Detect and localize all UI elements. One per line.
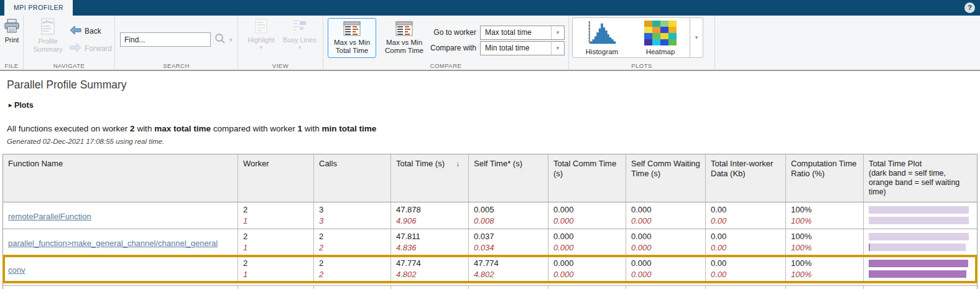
- time-bar: [869, 233, 969, 240]
- tab-mpi-profiler[interactable]: MPI PROFILER: [4, 0, 73, 16]
- compare-with-caret-icon[interactable]: ▾: [551, 42, 564, 55]
- function-link[interactable]: conv: [8, 265, 25, 275]
- column-header-total-comm-time-s-[interactable]: Total Comm Time (s): [548, 154, 626, 202]
- function-link[interactable]: parallel_function>make_general_channel/c…: [8, 239, 218, 248]
- worker-max-number: 2: [130, 124, 135, 133]
- print-button[interactable]: Print: [3, 19, 21, 44]
- value-worker-min: 0.000: [553, 216, 621, 227]
- value-worker-min: 0.00: [711, 216, 780, 227]
- total-comm-cell: 0.0000.000: [548, 202, 626, 229]
- column-header-computation-time-ratio-[interactable]: Computation Time Ratio (%): [786, 154, 864, 202]
- column-header-function-name[interactable]: Function Name: [3, 154, 238, 202]
- value-worker-min: 0.00: [711, 242, 780, 253]
- histogram-button[interactable]: Histogram: [573, 18, 631, 57]
- heatmap-cell: [660, 21, 668, 27]
- value-worker-max: 47.811: [396, 231, 463, 242]
- plots-disclosure[interactable]: ▸Plots: [9, 101, 34, 110]
- heatmap-cell: [644, 39, 652, 45]
- time-bar: [869, 260, 968, 267]
- value-worker-max: 100%: [791, 204, 858, 216]
- value-worker-max: 100%: [791, 258, 858, 269]
- search-options-caret-icon[interactable]: ▾: [229, 37, 233, 43]
- heatmap-cell: [652, 39, 660, 45]
- clipped-cell: [469, 286, 548, 289]
- total-comm-cell: 0.0000.000: [548, 229, 626, 255]
- function-link[interactable]: remoteParallelFunction: [8, 212, 91, 221]
- forward-button[interactable]: Forward: [70, 43, 112, 54]
- clipped-cell: [626, 286, 706, 289]
- value-worker-min: 2: [319, 242, 386, 253]
- heatmap-button[interactable]: Heatmap: [631, 18, 690, 57]
- value-worker-max: 47.774: [474, 258, 543, 269]
- heatmap-cell: [668, 21, 677, 27]
- search-icon[interactable]: [215, 33, 226, 47]
- busy-lines-button[interactable]: Busy Lines ▾: [280, 19, 319, 50]
- value-worker-min: 0.000: [631, 216, 700, 227]
- plots-gallery-caret-icon[interactable]: ▾: [690, 17, 703, 58]
- interworker-cell: 0.000.00: [706, 229, 786, 255]
- max-vs-min-comm-time-button[interactable]: Max vs Min Comm Time: [379, 18, 429, 58]
- highlight-icon: [254, 19, 269, 36]
- column-header-total-inter-worker-data-kb-[interactable]: Total Inter-worker Data (Kb): [706, 154, 786, 202]
- value-worker-min: 0.000: [553, 242, 621, 253]
- compare-with-dropdown[interactable]: Min total time ▾: [480, 41, 565, 55]
- print-label: Print: [5, 36, 19, 44]
- heatmap-cell: [660, 39, 668, 45]
- back-arrow-icon: [70, 26, 81, 37]
- column-header-total-time-s-[interactable]: Total Time (s)↓: [391, 154, 469, 202]
- summary-line: All functions executed on worker 2 with …: [7, 124, 376, 133]
- column-header-calls[interactable]: Calls: [314, 154, 391, 202]
- highlight-label: Highlight: [248, 36, 275, 44]
- time-bar: [869, 270, 966, 278]
- ratio-cell: 100%100%: [786, 256, 864, 282]
- time-bar: [869, 217, 969, 224]
- column-header-total-time-plot[interactable]: Total Time Plot(dark band = self time, o…: [864, 154, 977, 202]
- section-compare: Max vs Min Total Time Max vs M: [323, 16, 569, 70]
- section-navigate: Profile Summary Back Forward NAVIGATE: [24, 16, 115, 70]
- clipped-cell: [3, 286, 238, 289]
- column-header-self-comm-waiting-time-s-[interactable]: Self Comm Waiting Time (s): [626, 154, 706, 202]
- section-label-view: VIEW: [238, 62, 323, 69]
- function-name-cell: conv: [3, 256, 238, 282]
- column-header-self-time-s-[interactable]: Self Time* (s): [469, 154, 548, 202]
- value-worker-min: 100%: [791, 242, 858, 253]
- total-time-cell: 47.7744.802: [391, 256, 469, 282]
- sort-descending-icon: ↓: [456, 159, 460, 169]
- value-worker-min: 2: [319, 269, 386, 280]
- help-icon[interactable]: ?: [964, 2, 975, 13]
- value-worker-min: 4.906: [396, 216, 463, 227]
- self-time-cell: 0.0370.034: [469, 229, 548, 255]
- value-worker-max: 2: [243, 258, 308, 269]
- column-header-worker[interactable]: Worker: [238, 154, 314, 202]
- profile-summary-label: Profile Summary: [30, 37, 66, 54]
- compare-with-value: Min total time: [485, 42, 529, 55]
- back-button[interactable]: Back: [70, 26, 101, 37]
- profile-summary-button[interactable]: Profile Summary: [30, 18, 66, 54]
- profile-table: Function NameWorkerCallsTotal Time (s)↓S…: [2, 154, 978, 289]
- value-worker-max: 2: [243, 204, 308, 216]
- section-label-plots: PLOTS: [569, 62, 714, 69]
- busy-lines-label: Busy Lines: [283, 36, 317, 44]
- find-input[interactable]: [120, 32, 211, 47]
- mpi-profiler-window: MPI PROFILER ? Print FILE: [0, 0, 980, 289]
- self-comm-cell: 0.0000.000: [626, 202, 706, 229]
- max-vs-min-total-time-button[interactable]: Max vs Min Total Time: [328, 18, 376, 58]
- highlight-button[interactable]: Highlight ▾: [244, 19, 278, 50]
- heatmap-cell: [660, 33, 668, 39]
- plots-gallery: Histogram Heatmap: [572, 17, 690, 58]
- value-worker-min: 4.802: [474, 269, 543, 280]
- value-worker-min: 4.836: [396, 242, 463, 253]
- value-worker-min: 0.00: [711, 269, 780, 280]
- plots-disclosure-label: Plots: [14, 101, 34, 110]
- section-plots: Histogram Heatmap ▾ PLOTS: [569, 16, 715, 70]
- histogram-icon: [586, 21, 617, 48]
- calls-cell: 33: [314, 202, 391, 229]
- value-worker-min: 100%: [791, 216, 858, 227]
- value-worker-max: 0.000: [631, 258, 700, 269]
- self-time-cell: 0.0050.008: [469, 202, 548, 229]
- table-row: parallel_function>make_general_channel/c…: [3, 229, 977, 256]
- value-worker-max: 2: [319, 231, 386, 242]
- go-to-worker-caret-icon[interactable]: ▾: [551, 26, 564, 39]
- go-to-worker-dropdown[interactable]: Max total time ▾: [480, 26, 565, 40]
- forward-label: Forward: [85, 44, 112, 53]
